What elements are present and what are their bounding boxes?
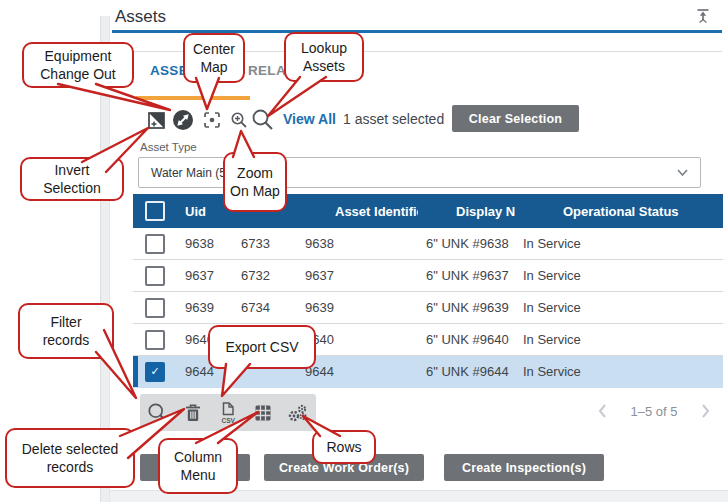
row-checkbox[interactable]	[145, 234, 165, 254]
callout-delete-selected-records: Delete selected records	[5, 428, 135, 488]
cell-asset-identifier: 9637	[297, 268, 418, 283]
cell-operational-status: In Service	[515, 268, 723, 283]
search-icon	[251, 108, 275, 132]
callout-text: Center	[193, 40, 235, 58]
callout-text: Rows	[326, 438, 361, 456]
table-grid-icon	[253, 403, 273, 423]
selection-status-text: 1 asset selected	[343, 111, 444, 127]
cell-asset-identifier: 9644	[297, 364, 418, 379]
callout-text: Lookup	[301, 39, 347, 57]
delete-records-button[interactable]	[175, 394, 210, 431]
callout-lookup-assets: Lookup Assets	[284, 32, 364, 82]
trash-icon	[183, 402, 203, 423]
callout-text: Export CSV	[225, 338, 298, 356]
callout-text: Column	[174, 448, 222, 466]
callout-invert-selection: Invert Selection	[20, 157, 124, 201]
table-row[interactable]: 9638 6733 9638 6" UNK #9638 In Service	[133, 228, 723, 260]
asset-type-label: Asset Type	[140, 141, 197, 153]
previous-page-button[interactable]	[598, 403, 607, 419]
select-all-checkbox[interactable]	[145, 201, 165, 221]
callout-center-map: Center Map	[183, 33, 245, 83]
row-checkbox[interactable]	[145, 362, 165, 382]
callout-zoom-on-map: Zoom On Map	[223, 152, 287, 212]
cell-col2: 6732	[233, 268, 297, 283]
cell-uid: 9637	[177, 268, 233, 283]
panel-title: Assets	[115, 7, 166, 27]
column-header-operational-status[interactable]: Operational Status	[515, 204, 723, 219]
cell-asset-identifier: 9639	[297, 300, 418, 315]
screenshot-root: Assets ASSETS RELATED	[0, 0, 728, 502]
row-checkbox[interactable]	[145, 266, 165, 286]
chevron-right-icon	[701, 403, 710, 419]
callout-text: Equipment	[45, 47, 112, 65]
table-header: Uid Asset Identifier Display Name Operat…	[133, 194, 723, 228]
export-csv-icon: CSV	[218, 401, 238, 424]
callout-text: Map	[200, 58, 227, 76]
arrow-up-to-bar-icon	[694, 7, 712, 25]
cell-display-name: 6" UNK #9644	[418, 364, 515, 379]
callout-text: Assets	[303, 57, 345, 75]
cell-display-name: 6" UNK #9638	[418, 236, 515, 251]
lookup-assets-button[interactable]	[250, 107, 276, 133]
active-tab-underline	[136, 96, 250, 100]
cell-uid: 9639	[177, 300, 233, 315]
callout-rows: Rows	[312, 430, 376, 464]
zoom-on-map-button[interactable]	[226, 107, 252, 133]
search-icon	[147, 402, 169, 424]
column-header-asset-identifier[interactable]: Asset Identifier	[297, 204, 418, 219]
callout-text: Change Out	[40, 65, 116, 83]
cell-display-name: 6" UNK #9640	[418, 332, 515, 347]
table-row[interactable]: 9639 6734 9639 6" UNK #9639 In Service	[133, 292, 723, 324]
cell-operational-status: In Service	[515, 364, 723, 379]
equipment-change-out-icon	[172, 109, 194, 131]
cell-operational-status: In Service	[515, 236, 723, 251]
create-inspections-button[interactable]: Create Inspection(s)	[444, 454, 604, 481]
table-actions-toolbar: CSV	[140, 394, 316, 431]
callout-text: Zoom	[237, 164, 273, 182]
row-checkbox[interactable]	[145, 298, 165, 318]
cell-col2: 6734	[233, 300, 297, 315]
callout-text: On Map	[230, 182, 280, 200]
chevron-down-icon	[677, 169, 688, 176]
cell-col2: 6733	[233, 236, 297, 251]
svg-text:CSV: CSV	[221, 417, 235, 424]
center-map-icon	[202, 110, 222, 130]
invert-selection-button[interactable]	[143, 107, 169, 133]
invert-selection-icon	[147, 111, 166, 130]
pagination: 1–5 of 5	[598, 401, 710, 421]
row-checkbox[interactable]	[145, 330, 165, 350]
clear-selection-button[interactable]: Clear Selection	[452, 105, 579, 132]
callout-text: Selection	[43, 179, 101, 197]
callout-text: Filter	[50, 313, 81, 331]
equipment-change-out-button[interactable]	[170, 107, 196, 133]
next-page-button[interactable]	[701, 403, 710, 419]
callout-text: Menu	[180, 466, 215, 484]
cell-uid: 9638	[177, 236, 233, 251]
cell-asset-identifier: 9638	[297, 236, 418, 251]
callout-text: records	[43, 331, 90, 349]
collapse-panel-button[interactable]	[692, 5, 714, 27]
export-csv-button[interactable]: CSV	[210, 394, 245, 431]
cell-operational-status: In Service	[515, 300, 723, 315]
callout-text: Delete selected	[22, 440, 119, 458]
callout-equipment-change-out: Equipment Change Out	[22, 42, 134, 88]
filter-records-button[interactable]	[140, 394, 175, 431]
cell-display-name: 6" UNK #9637	[418, 268, 515, 283]
zoom-in-icon	[230, 111, 249, 130]
callout-text: records	[47, 458, 94, 476]
view-all-link[interactable]: View All	[283, 111, 336, 127]
row-actions-button[interactable]	[280, 394, 315, 431]
column-menu-button[interactable]	[245, 394, 280, 431]
callout-text: Invert	[54, 161, 89, 179]
callout-column-menu: Column Menu	[158, 438, 238, 494]
chevron-left-icon	[598, 403, 607, 419]
column-header-display-name[interactable]: Display Name	[418, 204, 515, 219]
pagination-range: 1–5 of 5	[631, 404, 678, 419]
table-row[interactable]: 9637 6732 9637 6" UNK #9637 In Service	[133, 260, 723, 292]
callout-filter-records: Filter records	[18, 303, 114, 359]
asset-type-value: Water Main (5)	[151, 166, 230, 180]
cell-operational-status: In Service	[515, 332, 723, 347]
center-map-button[interactable]	[199, 107, 225, 133]
gears-icon	[287, 402, 309, 424]
callout-export-csv: Export CSV	[208, 325, 316, 369]
